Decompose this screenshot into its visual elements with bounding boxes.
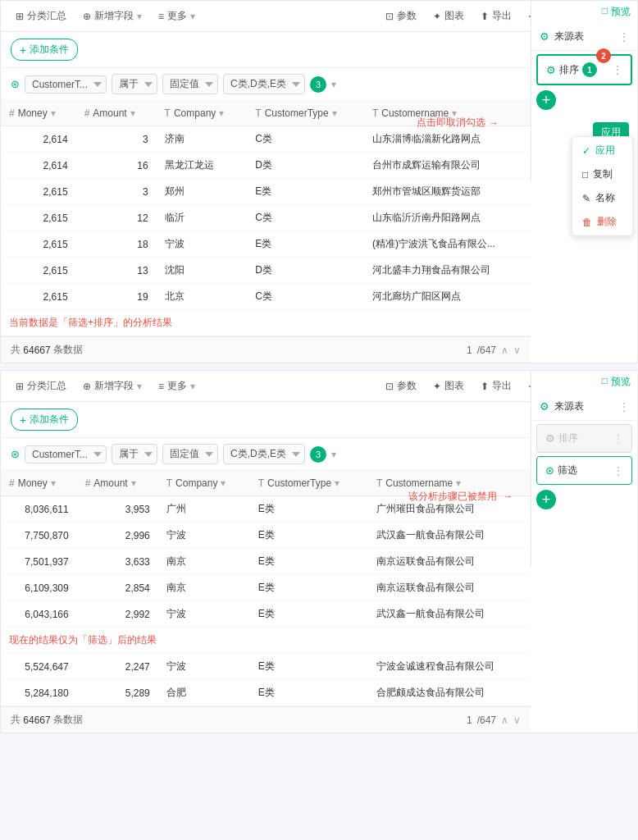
- annotation-row1: 当前数据是「筛选+排序」的分析结果: [1, 310, 531, 336]
- page-nav2: 1 /647 ∧ ∨: [467, 714, 521, 726]
- col-sort-icon8[interactable]: ▾: [221, 477, 226, 489]
- sort-icon1: ⚙: [546, 64, 556, 76]
- plus-icon2: +: [20, 413, 26, 427]
- type-select1[interactable]: 固定值: [162, 74, 218, 94]
- source-table-icon2: ⚙: [540, 400, 549, 413]
- col-sort-icon6[interactable]: ▾: [51, 477, 56, 489]
- table-cell: 2,615: [1, 205, 76, 231]
- classify-btn[interactable]: ⊞ 分类汇总: [9, 6, 73, 26]
- col-customertype2[interactable]: T CustomerType ▾: [250, 471, 368, 496]
- col-customertype1[interactable]: T CustomerType ▾: [247, 101, 364, 126]
- data-table1: # Money ▾ # Amount ▾: [1, 101, 531, 336]
- preview-link1[interactable]: □ 预览: [531, 1, 637, 23]
- table-row: 6,043,1662,992宁波E类武汉鑫一航食品有限公司: [1, 601, 531, 628]
- sort-more-icon1[interactable]: ⋮: [613, 64, 622, 75]
- table-cell: 宁波: [157, 231, 248, 258]
- footer1: 共 64667 条数据 1 /647 ∧ ∨: [1, 336, 531, 363]
- col-amount1[interactable]: # Amount ▾: [76, 101, 157, 126]
- add-field-btn[interactable]: ⊕ 新增字段 ▾: [76, 6, 148, 26]
- rename-icon1: ✎: [582, 193, 590, 204]
- field-select2[interactable]: CustomerT...: [25, 445, 107, 463]
- data-table2: # Money ▾ # Amount ▾: [1, 471, 531, 706]
- value-select1[interactable]: C类,D类,E类: [223, 74, 305, 94]
- field-select1[interactable]: CustomerT...: [25, 75, 107, 94]
- table-cell: 18: [76, 231, 157, 258]
- col-company2[interactable]: T Company ▾: [158, 471, 250, 496]
- add-field-btn2[interactable]: ⊕ 新增字段 ▾: [76, 376, 148, 396]
- count-badge1[interactable]: 3: [310, 76, 326, 93]
- table-cell: 南京: [158, 549, 250, 575]
- add-step-btn1[interactable]: +: [536, 90, 556, 110]
- table-cell: E类: [247, 231, 364, 258]
- table-cell: E类: [250, 523, 368, 549]
- more1-btn2[interactable]: ≡ 更多 ▾: [152, 376, 202, 396]
- params-btn2[interactable]: ⊡ 参数: [379, 376, 423, 396]
- operator-select1[interactable]: 属于: [112, 74, 157, 94]
- export-btn2[interactable]: ⬆ 导出: [474, 376, 518, 396]
- col-money2[interactable]: # Money ▾: [1, 471, 77, 496]
- count-badge2[interactable]: 3: [310, 446, 326, 463]
- table-row: 7,750,8702,996宁波E类武汉鑫一航食品有限公司: [1, 523, 531, 549]
- table-cell: 南京运联食品有限公司: [368, 549, 531, 575]
- classify-btn2[interactable]: ⊞ 分类汇总: [9, 376, 73, 396]
- table-cell: 2,247: [77, 654, 158, 680]
- page-up-icon1[interactable]: ∧: [501, 345, 508, 356]
- data-table-wrapper2: # Money ▾ # Amount ▾: [1, 471, 531, 706]
- col-sort-icon2[interactable]: ▾: [130, 107, 135, 119]
- page-up-icon2[interactable]: ∧: [501, 714, 508, 726]
- col-amount2[interactable]: # Amount ▾: [77, 471, 158, 496]
- table-cell: 2,615: [1, 258, 76, 284]
- hash-icon4: #: [85, 477, 91, 489]
- filter-item2[interactable]: ⊛ 筛选 ⋮: [536, 456, 632, 485]
- menu-apply1[interactable]: ✓ 应用: [572, 139, 632, 162]
- t-icon1: T: [165, 107, 171, 119]
- total-label1: 共: [11, 343, 21, 357]
- source-table-item1[interactable]: ⚙ 来源表 ⋮: [531, 23, 637, 51]
- chart-btn2[interactable]: ✦ 图表: [426, 376, 471, 396]
- operator-select2[interactable]: 属于: [112, 444, 157, 464]
- col-sort-icon3[interactable]: ▾: [219, 107, 224, 119]
- t-icon3: T: [372, 107, 378, 119]
- preview-link2[interactable]: □ 预览: [531, 371, 637, 393]
- preview-icon2: □: [602, 375, 608, 389]
- col-sort-icon7[interactable]: ▾: [131, 477, 136, 489]
- filter-more-icon2[interactable]: ⋮: [613, 465, 623, 477]
- more-dots-icon2[interactable]: ⋮: [619, 401, 629, 413]
- chart-btn[interactable]: ✦ 图表: [426, 6, 471, 26]
- add-condition-btn2[interactable]: + 添加条件: [11, 409, 78, 431]
- export-btn[interactable]: ⬆ 导出: [474, 6, 518, 26]
- add-condition-btn1[interactable]: + 添加条件: [11, 39, 78, 61]
- table-cell: 宁波: [158, 523, 250, 549]
- table-row: 2,61513沈阳D类河北盛丰力翔食品有限公司: [1, 258, 531, 284]
- type-select2[interactable]: 固定值: [162, 444, 218, 464]
- params-btn[interactable]: ⊡ 参数: [379, 6, 423, 26]
- list-icon2: ≡: [158, 381, 164, 392]
- col-sort-icon9[interactable]: ▾: [335, 477, 340, 489]
- chart-icon: ✦: [433, 11, 441, 22]
- col-sort-icon1[interactable]: ▾: [51, 107, 56, 119]
- page-down-icon2[interactable]: ∨: [513, 714, 521, 726]
- sort-icon2: ⚙: [545, 432, 555, 445]
- col-sort-icon10[interactable]: ▾: [456, 477, 461, 489]
- menu-copy1[interactable]: □ 复制: [572, 162, 632, 186]
- more-dots-icon1[interactable]: ⋮: [619, 31, 629, 43]
- table-cell: 2,614: [1, 153, 76, 179]
- menu-delete1[interactable]: 🗑 删除: [572, 210, 632, 234]
- page-down-icon1[interactable]: ∨: [513, 345, 521, 356]
- table-cell: 3,953: [77, 496, 158, 523]
- source-table-item2[interactable]: ⚙ 来源表 ⋮: [531, 393, 637, 421]
- menu-rename1[interactable]: ✎ 名称: [572, 186, 632, 210]
- add-icon: ⊕: [83, 11, 91, 22]
- col-sort-icon4[interactable]: ▾: [332, 107, 337, 119]
- more1-btn[interactable]: ≡ 更多 ▾: [152, 6, 202, 26]
- add-step-btn2[interactable]: +: [536, 490, 556, 509]
- table-cell: 3: [76, 179, 157, 205]
- value-select2[interactable]: C类,D类,E类: [223, 444, 305, 464]
- sort-item1[interactable]: ⚙ 排序 1 ⋮ 2: [536, 54, 632, 85]
- sort-item2-disabled: ⚙ 排序 ⋮: [536, 424, 632, 453]
- col-company1[interactable]: T Company ▾: [157, 101, 248, 126]
- sort-more-icon2[interactable]: ⋮: [613, 433, 623, 445]
- table-cell: E类: [250, 496, 368, 523]
- col-money1[interactable]: # Money ▾: [1, 101, 76, 126]
- page-total2: /647: [477, 714, 496, 726]
